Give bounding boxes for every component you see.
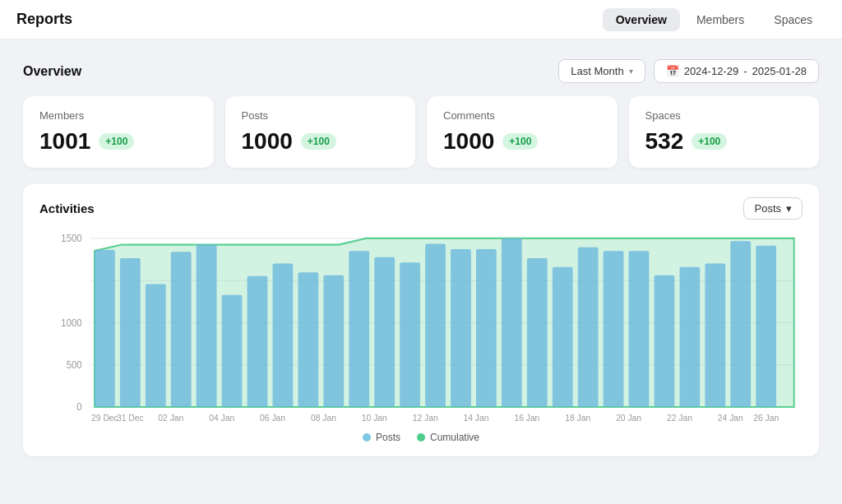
svg-rect-17	[298, 272, 318, 407]
calendar-icon: 📅	[666, 65, 679, 77]
activities-section: Activities Posts ▾ 1500 1000 500 0	[23, 184, 819, 456]
stat-value-spaces: 532	[645, 128, 684, 155]
stats-cards: Members 1001 +100 Posts 1000 +100 Commen…	[23, 96, 819, 168]
svg-text:26 Jan: 26 Jan	[753, 413, 779, 423]
stat-badge-comments: +100	[502, 133, 538, 150]
stat-value-posts: 1000	[242, 128, 293, 155]
top-bar: Reports Overview Members Spaces	[0, 0, 842, 39]
svg-rect-20	[374, 257, 395, 407]
period-label: Last Month	[571, 65, 623, 77]
svg-rect-13	[197, 245, 217, 407]
svg-rect-14	[222, 295, 243, 407]
chart-svg: 1500 1000 500 0	[39, 229, 803, 427]
svg-rect-9	[95, 250, 115, 407]
svg-text:1000: 1000	[61, 317, 82, 328]
legend-dot-posts	[363, 433, 371, 442]
chevron-down-icon: ▾	[629, 67, 633, 76]
svg-text:29 Dec: 29 Dec	[91, 413, 118, 423]
svg-rect-22	[425, 243, 446, 407]
svg-rect-29	[604, 251, 624, 407]
stat-label-comments: Comments	[443, 109, 601, 122]
svg-text:0: 0	[76, 401, 82, 412]
nav-overview[interactable]: Overview	[603, 8, 680, 31]
date-separator: -	[743, 65, 747, 77]
svg-rect-25	[502, 238, 522, 407]
svg-rect-10	[120, 258, 141, 407]
svg-rect-32	[679, 267, 700, 407]
legend-dot-cumulative	[417, 433, 425, 442]
stat-value-comments: 1000	[443, 128, 494, 155]
svg-rect-15	[248, 276, 268, 407]
svg-text:24 Jan: 24 Jan	[718, 413, 743, 423]
stat-value-members: 1001	[39, 128, 90, 155]
stat-card-comments: Comments 1000 +100	[427, 96, 618, 168]
overview-header: Overview Last Month ▾ 📅 2024-12-29 - 202…	[23, 59, 819, 83]
svg-rect-16	[273, 263, 294, 407]
svg-rect-35	[756, 246, 776, 407]
svg-rect-19	[349, 251, 369, 407]
svg-rect-18	[323, 275, 344, 407]
legend-posts: Posts	[363, 432, 400, 443]
svg-text:20 Jan: 20 Jan	[616, 413, 641, 423]
svg-text:1500: 1500	[61, 233, 82, 243]
svg-text:02 Jan: 02 Jan	[158, 413, 183, 423]
nav-members[interactable]: Members	[683, 8, 757, 31]
stat-card-spaces: Spaces 532 +100	[629, 96, 820, 168]
nav-spaces[interactable]: Spaces	[761, 8, 826, 31]
top-nav: Overview Members Spaces	[603, 8, 826, 31]
svg-rect-21	[400, 262, 420, 407]
overview-title: Overview	[23, 64, 81, 79]
svg-text:10 Jan: 10 Jan	[362, 413, 387, 423]
stat-label-members: Members	[39, 109, 197, 122]
svg-rect-28	[578, 247, 599, 407]
stat-badge-members: +100	[99, 133, 134, 150]
legend-cumulative: Cumulative	[417, 432, 479, 443]
stat-card-posts: Posts 1000 +100	[225, 96, 416, 168]
svg-text:12 Jan: 12 Jan	[413, 413, 438, 423]
chart-legend: Posts Cumulative	[39, 432, 803, 443]
svg-rect-26	[527, 258, 548, 407]
activities-filter-dropdown[interactable]: Posts ▾	[743, 197, 803, 220]
svg-text:31 Dec: 31 Dec	[117, 413, 144, 423]
stat-card-members: Members 1001 +100	[23, 96, 214, 168]
main-content: Overview Last Month ▾ 📅 2024-12-29 - 202…	[0, 39, 842, 504]
svg-rect-31	[655, 275, 675, 407]
svg-text:08 Jan: 08 Jan	[311, 413, 336, 423]
activities-title: Activities	[39, 201, 95, 215]
date-range-picker[interactable]: 📅 2024-12-29 - 2025-01-28	[654, 59, 819, 83]
activities-header: Activities Posts ▾	[39, 197, 803, 220]
svg-text:16 Jan: 16 Jan	[514, 413, 539, 423]
svg-text:14 Jan: 14 Jan	[464, 413, 489, 423]
date-from: 2024-12-29	[684, 65, 739, 77]
stat-label-spaces: Spaces	[645, 109, 803, 122]
filter-controls: Last Month ▾ 📅 2024-12-29 - 2025-01-28	[558, 59, 819, 83]
chart-container: 1500 1000 500 0	[39, 229, 803, 427]
stat-value-row-spaces: 532 +100	[645, 128, 803, 155]
svg-text:18 Jan: 18 Jan	[565, 413, 590, 423]
activities-filter-label: Posts	[754, 202, 781, 215]
stat-badge-spaces: +100	[692, 133, 727, 150]
svg-rect-23	[451, 249, 471, 407]
svg-rect-24	[476, 249, 497, 407]
stat-value-row-members: 1001 +100	[39, 128, 197, 155]
svg-rect-11	[146, 284, 166, 407]
svg-text:06 Jan: 06 Jan	[260, 413, 285, 423]
svg-rect-34	[730, 241, 751, 407]
svg-rect-30	[629, 251, 650, 407]
app-title: Reports	[16, 11, 72, 28]
legend-label-posts: Posts	[376, 432, 400, 443]
svg-text:04 Jan: 04 Jan	[209, 413, 234, 423]
period-dropdown[interactable]: Last Month ▾	[558, 59, 645, 83]
svg-rect-33	[705, 263, 725, 407]
svg-rect-12	[171, 252, 192, 407]
legend-label-cumulative: Cumulative	[430, 432, 479, 443]
chevron-down-icon-activities: ▾	[786, 202, 792, 215]
svg-text:500: 500	[67, 359, 82, 370]
svg-rect-27	[553, 267, 573, 407]
stat-label-posts: Posts	[242, 109, 400, 122]
date-to: 2025-01-28	[752, 65, 807, 77]
stat-value-row-posts: 1000 +100	[242, 128, 400, 155]
stat-badge-posts: +100	[301, 133, 336, 150]
stat-value-row-comments: 1000 +100	[443, 128, 601, 155]
svg-text:22 Jan: 22 Jan	[667, 413, 692, 423]
